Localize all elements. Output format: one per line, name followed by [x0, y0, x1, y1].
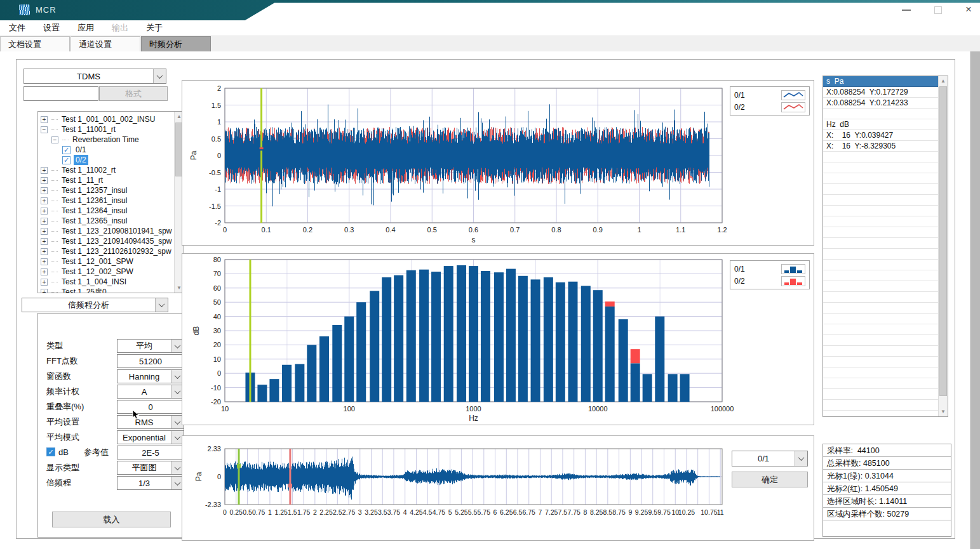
readout-row[interactable] — [823, 346, 938, 357]
channel-checkbox[interactable]: ✓ — [62, 156, 70, 164]
file-format-combo[interactable]: TDMS — [23, 69, 166, 84]
legend-item[interactable]: 0/1 — [734, 89, 805, 101]
readout-row[interactable] — [823, 162, 938, 173]
tree-item[interactable]: −Test 1_11001_rt — [41, 124, 173, 135]
time-waveform-chart[interactable]: 21.510.50-0.5-1-1.5-200.10.20.30.40.50.6… — [182, 81, 814, 245]
readout-header[interactable]: s Pa — [823, 76, 938, 87]
expand-icon[interactable]: + — [41, 197, 48, 204]
tree-item[interactable]: ✓0/1 — [41, 145, 173, 155]
readout-row[interactable] — [823, 378, 938, 389]
readout-row[interactable] — [823, 400, 938, 411]
expand-icon[interactable]: + — [41, 268, 48, 275]
scroll-down-icon[interactable]: ▼ — [939, 407, 948, 416]
readout-row[interactable] — [823, 249, 938, 260]
tree-item[interactable]: +Test 1_1_004_INSI — [41, 277, 173, 287]
tree-item[interactable]: +Test 1_12365_insul — [41, 216, 173, 226]
expand-icon[interactable]: + — [41, 228, 48, 235]
close-button[interactable]: × — [959, 4, 978, 17]
readout-row[interactable] — [823, 292, 938, 303]
tab-time-frequency-analysis[interactable]: 时频分析 — [141, 36, 211, 51]
expand-icon[interactable]: + — [41, 248, 48, 255]
expand-icon[interactable]: + — [41, 218, 48, 225]
tab-document-settings[interactable]: 文档设置 — [0, 36, 70, 51]
readout-row[interactable] — [823, 152, 938, 162]
menu-item-about[interactable]: 关于 — [137, 20, 171, 36]
legend-item[interactable]: 0/2 — [734, 275, 805, 287]
field-select[interactable]: 平均 — [117, 339, 184, 353]
field-input[interactable]: 0 — [117, 400, 184, 414]
readout-row[interactable] — [823, 260, 938, 270]
format-button[interactable]: 格式 — [99, 86, 168, 101]
readout-row[interactable]: X:0.088254 Y:0.172729 — [823, 87, 938, 98]
readout-scrollbar[interactable]: ▲ ▼ — [938, 76, 948, 416]
readout-row[interactable] — [823, 303, 938, 314]
db-checkbox[interactable]: ✓ — [46, 447, 55, 456]
confirm-button[interactable]: 确定 — [732, 472, 808, 487]
minimize-button[interactable] — [897, 4, 916, 17]
maximize-button[interactable] — [929, 4, 948, 17]
readout-row[interactable]: Hz dB — [823, 119, 938, 130]
menu-item-output[interactable]: 输出 — [103, 20, 137, 36]
readout-row[interactable] — [823, 227, 938, 238]
readout-row[interactable] — [823, 357, 938, 367]
field-select[interactable]: RMS — [117, 415, 184, 429]
readout-row[interactable]: X:0.088254 Y:0.214233 — [823, 98, 938, 109]
readout-row[interactable] — [823, 109, 938, 119]
expand-icon[interactable]: + — [41, 187, 48, 194]
readout-row[interactable]: X: 16 Y:-8.329305 — [823, 141, 938, 152]
tree-item[interactable]: +Test 1_001_001_002_INSU — [41, 114, 173, 124]
expand-icon[interactable]: + — [41, 167, 48, 174]
expand-icon[interactable]: + — [41, 116, 48, 123]
tree-item[interactable]: ✓0/2 — [41, 155, 173, 165]
expand-icon[interactable]: + — [41, 279, 48, 286]
expand-icon[interactable]: + — [41, 258, 48, 265]
tree-item[interactable]: +Test 1_12_002_SPW — [41, 267, 173, 277]
window-scrollbar[interactable] — [970, 51, 980, 549]
channel-checkbox[interactable]: ✓ — [62, 146, 70, 154]
readout-row[interactable] — [823, 324, 938, 335]
readout-row[interactable] — [823, 184, 938, 195]
expand-icon[interactable]: + — [41, 208, 48, 215]
chevron-down-icon[interactable] — [153, 69, 166, 83]
tab-channel-settings[interactable]: 通道设置 — [70, 36, 140, 51]
chevron-down-icon[interactable] — [155, 298, 168, 312]
tree-item[interactable]: +Test 1_12361_insul — [41, 195, 173, 206]
readout-row[interactable] — [823, 173, 938, 184]
menu-item-file[interactable]: 文件 — [0, 20, 34, 36]
readout-row[interactable] — [823, 206, 938, 216]
field-select[interactable]: 1/3 — [117, 476, 184, 490]
readout-row[interactable] — [823, 270, 938, 281]
readout-row[interactable] — [823, 367, 938, 378]
load-button[interactable]: 载入 — [52, 512, 171, 527]
chevron-down-icon[interactable] — [795, 451, 807, 466]
readout-scrollbar-thumb[interactable] — [939, 86, 947, 396]
expand-icon[interactable]: + — [41, 238, 48, 245]
scroll-up-icon[interactable]: ▲ — [939, 76, 948, 86]
tree-item[interactable]: +Test 1_11002_rt — [41, 165, 173, 175]
collapse-icon[interactable]: − — [51, 136, 58, 143]
tree-item[interactable]: +Test 1_12357_insul — [41, 185, 173, 195]
field-select[interactable]: 平面图 — [117, 461, 184, 475]
field-input[interactable]: 51200 — [117, 354, 184, 368]
field-select[interactable]: Exponential — [117, 430, 184, 444]
expand-icon[interactable]: + — [41, 289, 48, 294]
readout-row[interactable]: X: 16 Y:0.039427 — [823, 130, 938, 141]
reference-value-input[interactable]: 2E-5 — [117, 446, 184, 460]
tree-item[interactable]: +Test 1_12364_insul — [41, 206, 173, 216]
tree-item[interactable]: +Test 1_123_210908101941_spw — [41, 226, 173, 236]
collapse-icon[interactable]: − — [41, 126, 48, 133]
filter-input[interactable] — [23, 86, 98, 101]
field-select[interactable]: A — [117, 385, 184, 399]
octave-spectrum-chart[interactable]: 80706050403020100-10-2010100100010000100… — [182, 254, 814, 425]
legend-item[interactable]: 0/2 — [734, 101, 805, 113]
readout-row[interactable] — [823, 314, 938, 324]
tree-item[interactable]: +Test 1_11_rt — [41, 175, 173, 185]
tree-item[interactable]: +Test 1_25度0 — [41, 287, 173, 293]
channel-select-combo[interactable]: 0/1 — [732, 451, 808, 466]
readout-row[interactable] — [823, 195, 938, 206]
expand-icon[interactable]: + — [41, 177, 48, 184]
overview-waveform-chart[interactable]: 2.330-2.3300.250.50.7511.251.51.7522.252… — [182, 436, 814, 540]
field-select[interactable]: Hanning — [117, 369, 184, 383]
tree-item[interactable]: +Test 1_123_211026102932_spw — [41, 246, 173, 256]
tree-item[interactable]: −Reverberation Time — [41, 135, 173, 145]
